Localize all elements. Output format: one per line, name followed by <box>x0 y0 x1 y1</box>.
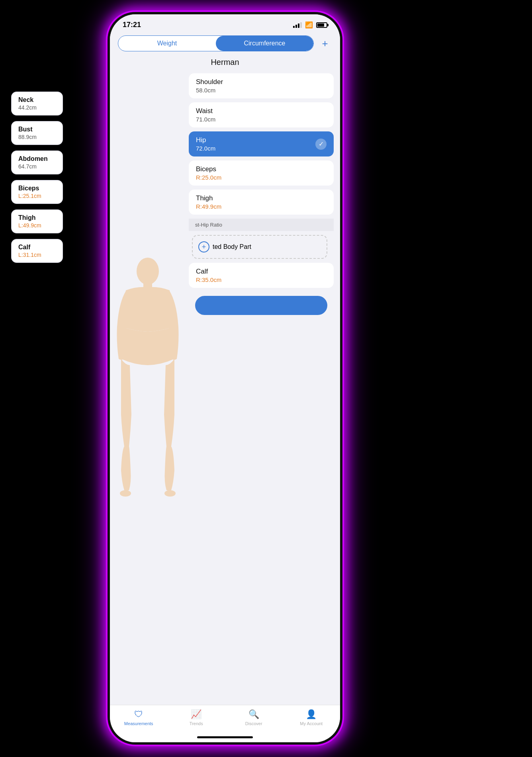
my-account-nav-icon: 👤 <box>306 709 317 720</box>
body-silhouette-container <box>110 68 186 705</box>
float-card-calf-title: Calf <box>18 244 56 251</box>
measurement-card-calf[interactable]: Calf R:35.0cm <box>189 263 334 288</box>
plus-circle-icon: + <box>198 241 209 252</box>
float-card-bust-title: Bust <box>18 126 56 133</box>
nav-item-discover[interactable]: 🔍 Discover <box>225 709 283 726</box>
float-card-abdomen[interactable]: Abdomen 64.7cm <box>11 151 63 174</box>
discover-nav-label: Discover <box>245 721 262 726</box>
ratio-strip: st-Hip Ratio <box>189 219 334 231</box>
battery-icon <box>316 22 327 28</box>
my-account-nav-label: My Account <box>300 721 323 726</box>
bottom-nav: 🛡 Measurements 📈 Trends 🔍 Discover 👤 My … <box>110 705 340 734</box>
wifi-icon: 📶 <box>305 21 313 29</box>
measurement-value-shoulder: 58.0cm <box>196 87 327 94</box>
body-silhouette-svg <box>110 68 186 705</box>
measurement-value-hip: 72.0cm <box>196 145 215 152</box>
float-card-calf[interactable]: Calf L:31.1cm <box>11 239 63 263</box>
measurement-value-thigh: R:49.9cm <box>196 203 327 210</box>
measurement-card-biceps[interactable]: Biceps R:25.0cm <box>189 160 334 186</box>
float-card-biceps-value: L:25.1cm <box>18 193 56 199</box>
measurements-nav-icon: 🛡 <box>134 709 143 720</box>
svg-point-2 <box>120 490 131 497</box>
float-card-thigh-title: Thigh <box>18 214 56 221</box>
scene: Neck 44.2cm Bust 88.9cm Abdomen 64.7cm B… <box>0 0 532 757</box>
tab-weight[interactable]: Weight <box>118 36 216 51</box>
trends-nav-label: Trends <box>190 721 203 726</box>
tab-circumference[interactable]: Circumference <box>216 36 313 51</box>
nav-item-my-account[interactable]: 👤 My Account <box>283 709 340 726</box>
tab-row: Weight Circumference + <box>110 32 340 55</box>
measurement-title-biceps: Biceps <box>196 165 327 173</box>
trends-nav-icon: 📈 <box>191 709 201 720</box>
phone-inner: 17:21 📶 Weight <box>110 14 340 742</box>
add-body-part-label: ted Body Part <box>213 243 251 250</box>
measurements-nav-label: Measurements <box>124 721 153 726</box>
nav-item-measurements[interactable]: 🛡 Measurements <box>110 709 168 726</box>
measurement-card-waist[interactable]: Waist 71.0cm <box>189 102 334 127</box>
float-card-bust[interactable]: Bust 88.9cm <box>11 121 63 145</box>
svg-point-0 <box>137 258 159 285</box>
svg-point-3 <box>164 490 176 497</box>
status-bar: 17:21 📶 <box>110 14 340 32</box>
content-area: Shoulder 58.0cm Waist 71.0cm Hip 72. <box>110 68 340 705</box>
measurement-title-hip: Hip <box>196 136 215 144</box>
measurement-title-thigh: Thigh <box>196 194 327 202</box>
status-time: 17:21 <box>123 21 141 29</box>
float-card-thigh-value: L:49.9cm <box>18 222 56 229</box>
float-card-neck[interactable]: Neck 44.2cm <box>11 92 63 115</box>
slider-row <box>189 292 334 319</box>
measurement-card-thigh[interactable]: Thigh R:49.9cm <box>189 190 334 215</box>
slider-track[interactable] <box>195 296 327 315</box>
float-card-biceps-title: Biceps <box>18 185 56 192</box>
add-measurement-button[interactable]: + <box>318 36 332 51</box>
home-indicator <box>110 734 340 742</box>
measurement-title-calf: Calf <box>196 268 327 276</box>
float-card-thigh[interactable]: Thigh L:49.9cm <box>11 209 63 233</box>
float-card-neck-value: 44.2cm <box>18 104 56 111</box>
ratio-label: st-Hip Ratio <box>195 222 222 228</box>
signal-icon <box>293 22 302 28</box>
measurement-card-shoulder[interactable]: Shoulder 58.0cm <box>189 73 334 98</box>
float-card-neck-title: Neck <box>18 96 56 104</box>
floating-cards-container: Neck 44.2cm Bust 88.9cm Abdomen 64.7cm B… <box>11 92 63 263</box>
tab-pill-container: Weight Circumference <box>118 35 314 51</box>
float-card-abdomen-title: Abdomen <box>18 155 56 162</box>
measurement-card-hip[interactable]: Hip 72.0cm ✓ <box>189 131 334 156</box>
measurement-value-calf: R:35.0cm <box>196 276 327 283</box>
measurement-title-shoulder: Shoulder <box>196 78 327 86</box>
float-card-abdomen-value: 64.7cm <box>18 163 56 170</box>
add-body-part-button[interactable]: + ted Body Part <box>192 235 327 259</box>
measurement-value-waist: 71.0cm <box>196 116 327 123</box>
home-bar <box>197 736 253 738</box>
discover-nav-icon: 🔍 <box>248 709 259 720</box>
selected-check-icon: ✓ <box>315 139 327 150</box>
measurement-title-waist: Waist <box>196 107 327 115</box>
person-name: Herman <box>110 55 340 68</box>
float-card-calf-value: L:31.1cm <box>18 252 56 258</box>
float-card-biceps[interactable]: Biceps L:25.1cm <box>11 180 63 204</box>
float-card-bust-value: 88.9cm <box>18 134 56 140</box>
measurements-list: Shoulder 58.0cm Waist 71.0cm Hip 72. <box>186 68 340 705</box>
measurement-value-biceps: R:25.0cm <box>196 174 327 181</box>
nav-item-trends[interactable]: 📈 Trends <box>168 709 225 726</box>
status-icons: 📶 <box>293 21 327 29</box>
phone-frame: 17:21 📶 Weight <box>108 12 342 745</box>
